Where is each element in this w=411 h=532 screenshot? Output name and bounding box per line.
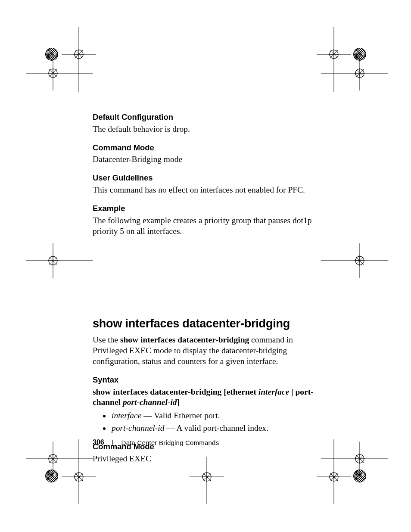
page-content: Default Configuration The default behavi… xyxy=(93,112,321,464)
svg-line-13 xyxy=(49,69,57,77)
syntax-bullet-list: interface — Valid Ethernet port. port-ch… xyxy=(93,411,321,434)
svg-line-27 xyxy=(356,69,364,77)
svg-line-5 xyxy=(75,50,83,58)
svg-point-58 xyxy=(202,473,211,481)
svg-point-72 xyxy=(355,454,364,463)
intro-pre: Use the xyxy=(93,335,120,344)
footer-separator: | xyxy=(112,439,114,446)
bullet-term: interface xyxy=(112,411,141,420)
svg-line-12 xyxy=(49,69,57,77)
crop-mark-icon xyxy=(317,27,351,92)
svg-line-69 xyxy=(330,473,338,481)
crop-mark-icon xyxy=(26,56,93,90)
svg-line-76 xyxy=(356,455,364,463)
svg-line-62 xyxy=(203,473,211,481)
svg-line-55 xyxy=(49,455,57,463)
svg-line-48 xyxy=(75,473,83,481)
list-item: port-channel-id — A valid port-channel i… xyxy=(111,423,321,434)
body-default-configuration: The default behavior is drop. xyxy=(93,124,321,135)
svg-point-51 xyxy=(49,454,57,463)
body-example: The following example creates a priority… xyxy=(93,215,321,237)
crop-mark-icon xyxy=(62,27,96,92)
heading-default-configuration: Default Configuration xyxy=(93,112,321,122)
heading-user-guidelines: User Guidelines xyxy=(93,173,321,183)
svg-line-34 xyxy=(49,257,57,264)
crop-mark-icon xyxy=(26,442,93,476)
syntax-p1: show interfaces datacenter-bridging [eth… xyxy=(93,387,258,396)
crop-mark-icon xyxy=(321,442,388,476)
body-command-mode-1: Datacenter-Bridging mode xyxy=(93,154,321,165)
crop-mark-icon xyxy=(62,439,96,504)
svg-line-6 xyxy=(75,50,83,58)
syntax-i2: port-channel-id xyxy=(123,398,177,407)
bullet-term: port-channel-id xyxy=(112,423,164,432)
registration-rosette-icon xyxy=(353,470,366,482)
command-intro: Use the show interfaces datacenter-bridg… xyxy=(93,335,321,367)
page-footer: 306 | Data Center Bridging Commands xyxy=(93,439,219,446)
svg-point-2 xyxy=(75,50,83,59)
svg-point-44 xyxy=(75,473,83,481)
svg-point-37 xyxy=(355,256,364,265)
command-title: show interfaces datacenter-bridging xyxy=(93,316,321,331)
list-item: interface — Valid Ethernet port. xyxy=(111,411,321,421)
registration-rosette-icon xyxy=(45,48,58,61)
body-command-mode-2: Privileged EXEC xyxy=(93,454,321,464)
svg-point-9 xyxy=(49,69,57,78)
bullet-desc: — Valid Ethernet port. xyxy=(141,411,220,420)
syntax-i1: interface xyxy=(258,387,289,396)
body-user-guidelines: This command has no effect on interfaces… xyxy=(93,185,321,196)
heading-command-mode-1: Command Mode xyxy=(93,143,321,153)
svg-point-23 xyxy=(355,69,364,78)
crop-mark-icon xyxy=(321,243,388,278)
bullet-desc: — A valid port-channel index. xyxy=(164,423,268,432)
svg-line-19 xyxy=(330,50,338,58)
crop-mark-icon xyxy=(321,56,388,90)
svg-line-26 xyxy=(356,69,364,77)
syntax-p3: ] xyxy=(177,398,180,407)
svg-line-41 xyxy=(356,257,364,264)
chapter-title: Data Center Bridging Commands xyxy=(121,439,219,446)
svg-point-30 xyxy=(49,256,57,265)
svg-line-68 xyxy=(330,473,338,481)
svg-line-20 xyxy=(330,50,338,58)
svg-line-54 xyxy=(49,455,57,463)
page-number: 306 xyxy=(93,439,104,446)
crop-mark-icon xyxy=(26,243,93,278)
registration-rosette-icon xyxy=(353,48,366,61)
svg-line-75 xyxy=(356,455,364,463)
svg-line-47 xyxy=(75,473,83,481)
heading-syntax: Syntax xyxy=(93,375,321,385)
syntax-line: show interfaces datacenter-bridging [eth… xyxy=(93,387,321,408)
svg-line-40 xyxy=(356,257,364,264)
svg-point-16 xyxy=(330,50,338,59)
registration-rosette-icon xyxy=(45,470,58,482)
svg-line-61 xyxy=(203,473,211,481)
heading-example: Example xyxy=(93,203,321,214)
crop-mark-icon xyxy=(317,439,351,504)
svg-point-65 xyxy=(330,473,338,481)
intro-bold: show interfaces datacenter-bridging xyxy=(120,335,249,344)
svg-line-33 xyxy=(49,257,57,264)
